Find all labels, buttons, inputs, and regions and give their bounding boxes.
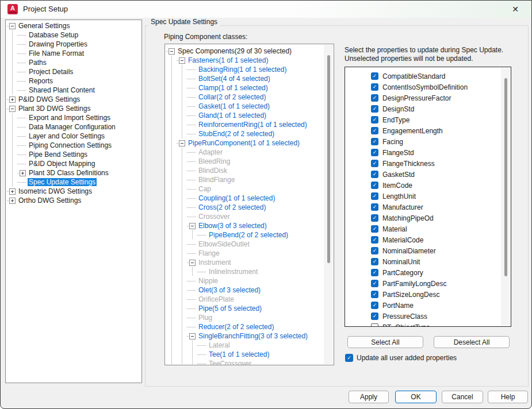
class-tree-item[interactable]: BlindFlange [197, 176, 236, 184]
expand-plus-icon[interactable] [9, 97, 16, 103]
checked-checkbox[interactable]: ✓ [371, 105, 378, 113]
class-tree-item[interactable]: Cross(2 of 2 selected) [197, 203, 267, 211]
expand-plus-icon[interactable] [9, 188, 16, 195]
nav-tree-item[interactable]: Reports [28, 77, 54, 85]
nav-tree-item[interactable]: Layer and Color Settings [28, 132, 106, 140]
class-tree-item[interactable]: Crossover [197, 213, 231, 221]
checked-checkbox[interactable]: ✓ [371, 182, 378, 189]
class-tree-item[interactable]: ReinforcementRing(1 of 1 selected) [197, 121, 308, 129]
checked-checkbox[interactable]: ✓ [371, 149, 378, 156]
expand-plus-icon[interactable] [9, 198, 16, 204]
class-tree-item[interactable]: Flange [197, 249, 221, 257]
checked-checkbox[interactable]: ✓ [371, 192, 378, 200]
close-icon[interactable]: ✕ [506, 2, 525, 16]
class-tree-item[interactable]: Plug [197, 314, 213, 322]
class-tree-item[interactable]: PipeBend(2 of 2 selected) [208, 231, 289, 239]
class-tree-item[interactable]: Adapter [197, 148, 224, 156]
nav-tree-item[interactable]: Shared Plant Content [28, 86, 96, 94]
checked-checkbox[interactable]: ✓ [371, 280, 378, 287]
checked-checkbox[interactable]: ✓ [371, 203, 378, 211]
class-tree-item[interactable]: Tee(1 of 1 selected) [208, 350, 270, 358]
checked-checkbox[interactable]: ✓ [371, 171, 378, 178]
properties-scrollbar-thumb[interactable] [504, 78, 507, 276]
checked-checkbox[interactable]: ✓ [371, 312, 378, 320]
class-tree-item[interactable]: BleedRing [197, 157, 231, 165]
collapse-minus-icon[interactable] [179, 57, 185, 64]
cancel-button[interactable]: Cancel [442, 391, 483, 403]
class-tree-item[interactable]: Pipe(5 of 5 selected) [197, 304, 263, 312]
ok-button[interactable]: OK [395, 391, 437, 403]
nav-tree-item[interactable]: Project Details [28, 68, 74, 76]
nav-tree-item[interactable]: Isometric DWG Settings [17, 187, 93, 195]
collapse-minus-icon[interactable] [9, 106, 16, 112]
class-tree-item[interactable]: Coupling(1 of 1 selected) [197, 194, 276, 202]
nav-tree-item[interactable]: Spec Update Settings [28, 178, 97, 186]
class-tree-item[interactable]: ElbowSideOutlet [197, 240, 251, 248]
class-tree-item[interactable]: Clamp(1 of 1 selected) [197, 84, 269, 92]
class-tree-scrollbar-track[interactable] [324, 45, 333, 364]
checked-checkbox[interactable]: ✓ [371, 247, 378, 254]
nav-tree-item[interactable]: Paths [28, 59, 48, 67]
class-tree-item[interactable]: SingleBranchFitting(3 of 3 selected) [197, 332, 309, 340]
update-user-props-checkbox[interactable]: ✓ [345, 354, 353, 362]
class-tree-item[interactable]: Nipple [197, 277, 219, 285]
class-tree-item[interactable]: Fasteners(1 of 1 selected) [187, 56, 269, 64]
class-tree-item[interactable]: Instrument [197, 258, 232, 267]
checked-checkbox[interactable]: ✓ [371, 83, 378, 91]
checked-checkbox[interactable]: ✓ [371, 291, 378, 298]
class-tree-item[interactable]: BoltSet(4 of 4 selected) [197, 75, 271, 83]
select-all-button[interactable]: Select All [347, 336, 423, 348]
collapse-minus-icon[interactable] [179, 140, 185, 146]
class-tree-item[interactable]: StubEnd(2 of 2 selected) [197, 130, 275, 138]
class-tree-item[interactable]: Gasket(1 of 1 selected) [197, 102, 271, 110]
apply-button[interactable]: Apply [349, 391, 389, 403]
class-tree-item[interactable]: Collar(2 of 2 selected) [197, 93, 267, 101]
unchecked-checkbox[interactable] [371, 323, 378, 327]
expand-plus-icon[interactable] [20, 170, 26, 176]
nav-tree-item[interactable]: Database Setup [28, 31, 79, 39]
class-tree-item[interactable]: Lateral [208, 341, 231, 349]
class-tree-item[interactable]: Elbow(3 of 3 selected) [197, 222, 268, 230]
class-tree-item[interactable]: Reducer(2 of 2 selected) [197, 323, 275, 331]
checked-checkbox[interactable]: ✓ [371, 127, 378, 134]
nav-tree-item[interactable]: Pipe Bend Settings [28, 151, 89, 159]
checked-checkbox[interactable]: ✓ [371, 72, 378, 80]
class-tree-item[interactable]: Gland(1 of 1 selected) [197, 111, 267, 119]
help-button[interactable]: Help [488, 391, 528, 403]
nav-tree-item[interactable]: Plant 3D DWG Settings [17, 105, 91, 113]
collapse-minus-icon[interactable] [169, 48, 175, 55]
checked-checkbox[interactable]: ✓ [371, 302, 378, 309]
class-tree-item[interactable]: PipeRunComponent(1 of 1 selected) [187, 139, 301, 147]
class-tree-item[interactable]: Spec Components(29 of 30 selected) [177, 47, 293, 55]
class-tree-scrollbar-thumb[interactable] [327, 55, 330, 263]
checked-checkbox[interactable]: ✓ [371, 225, 378, 233]
checked-checkbox[interactable]: ✓ [371, 236, 378, 244]
nav-tree-item[interactable]: General Settings [17, 22, 71, 30]
collapse-minus-icon[interactable] [189, 333, 196, 339]
class-tree-item[interactable]: BlindDisk [197, 167, 228, 175]
class-tree-item[interactable]: InlineInstrument [208, 268, 259, 276]
checked-checkbox[interactable]: ✓ [371, 258, 378, 265]
nav-tree-item[interactable]: Piping Connection Settings [28, 141, 113, 149]
deselect-all-button[interactable]: Deselect All [434, 336, 510, 348]
collapse-minus-icon[interactable] [189, 260, 196, 266]
checked-checkbox[interactable]: ✓ [371, 214, 378, 222]
nav-tree-item[interactable]: Ortho DWG Settings [17, 196, 82, 204]
checked-checkbox[interactable]: ✓ [371, 94, 378, 102]
collapse-minus-icon[interactable] [189, 223, 196, 229]
class-tree-item[interactable]: BackingRing(1 of 1 selected) [197, 65, 288, 74]
class-tree-item[interactable]: Olet(3 of 3 selected) [197, 286, 262, 294]
nav-tree-item[interactable]: P&ID Object Mapping [28, 160, 96, 168]
nav-tree-item[interactable]: Plant 3D Class Definitions [28, 169, 110, 177]
checked-checkbox[interactable]: ✓ [371, 116, 378, 124]
nav-tree-item[interactable]: P&ID DWG Settings [17, 95, 81, 103]
collapse-minus-icon[interactable] [9, 23, 16, 29]
class-tree-item[interactable]: Cap [197, 185, 212, 193]
class-tree-item[interactable]: OrificePlate [197, 295, 235, 303]
checked-checkbox[interactable]: ✓ [371, 269, 378, 276]
class-tree-item[interactable]: TeeCrossover [208, 360, 252, 365]
nav-tree-item[interactable]: Data Manager Configuration [28, 123, 117, 131]
checked-checkbox[interactable]: ✓ [371, 160, 378, 167]
nav-tree-item[interactable]: Export and Import Settings [28, 114, 112, 122]
properties-scrollbar-track[interactable] [501, 68, 510, 326]
